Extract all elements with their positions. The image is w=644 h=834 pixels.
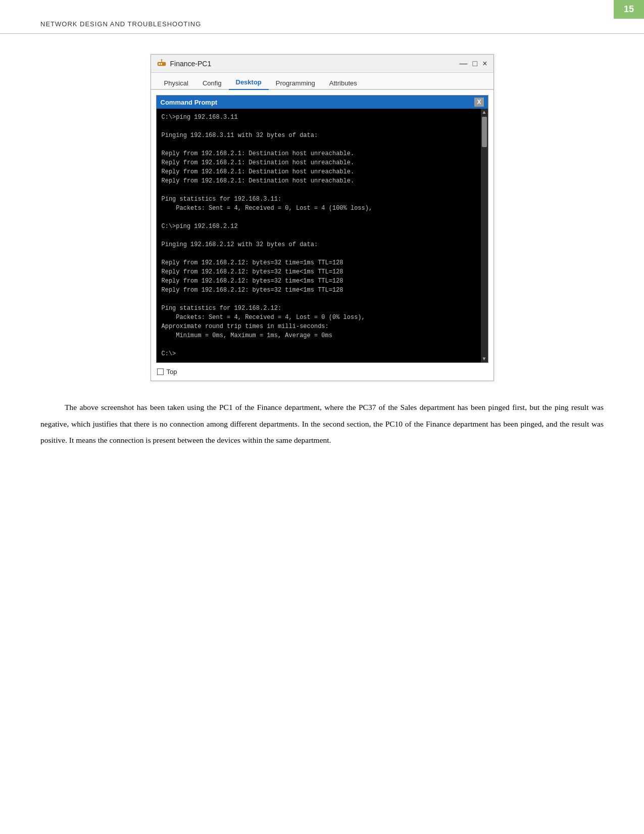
tab-config[interactable]: Config (195, 76, 229, 90)
sim-titlebar-left: Finance-PC1 (157, 59, 212, 68)
svg-point-4 (161, 59, 162, 60)
body-text: The above screenshot has been taken usin… (40, 399, 604, 449)
top-label: Top (167, 368, 177, 376)
cmd-body-outer: C:\>ping 192.168.3.11 Pinging 192.168.3.… (157, 109, 488, 362)
top-checkbox[interactable] (157, 368, 164, 375)
cmd-close-button[interactable]: X (474, 98, 483, 107)
tab-attributes[interactable]: Attributes (322, 76, 364, 90)
close-window-button[interactable]: × (482, 60, 487, 68)
svg-rect-2 (161, 63, 162, 65)
cmd-output: C:\>ping 192.168.3.11 Pinging 192.168.3.… (157, 109, 481, 362)
minimize-button[interactable]: — (459, 60, 467, 68)
simulator-window: Finance-PC1 — □ × Physical Config Deskto… (151, 54, 494, 381)
router-icon (157, 59, 166, 68)
cmd-titlebar: Command Prompt X (157, 96, 488, 109)
cmd-window: Command Prompt X C:\>ping 192.168.3.11 P… (156, 95, 488, 363)
tab-physical[interactable]: Physical (157, 76, 195, 90)
page-header: NETWORK DESIGN AND TROUBLESHOOTING (0, 0, 644, 34)
svg-rect-1 (159, 63, 160, 65)
scroll-up-icon[interactable]: ▲ (482, 110, 487, 115)
main-content: Finance-PC1 — □ × Physical Config Deskto… (0, 34, 644, 469)
tab-desktop[interactable]: Desktop (229, 75, 269, 90)
sim-bottom: Top (151, 365, 493, 381)
sim-title: Finance-PC1 (170, 60, 212, 68)
maximize-button[interactable]: □ (472, 60, 477, 68)
sim-titlebar: Finance-PC1 — □ × (151, 55, 493, 73)
scroll-down-icon[interactable]: ▼ (482, 356, 487, 361)
sim-titlebar-controls[interactable]: — □ × (459, 60, 487, 68)
header-title: NETWORK DESIGN AND TROUBLESHOOTING (40, 20, 201, 28)
body-paragraph: The above screenshot has been taken usin… (40, 399, 604, 449)
page-number: 15 (614, 0, 644, 19)
scrollbar-thumb[interactable] (482, 117, 487, 147)
sim-tabs: Physical Config Desktop Programming Attr… (151, 73, 493, 90)
cmd-scrollbar[interactable]: ▲ ▼ (481, 109, 488, 362)
cmd-title: Command Prompt (161, 99, 218, 106)
tab-programming[interactable]: Programming (269, 76, 322, 90)
